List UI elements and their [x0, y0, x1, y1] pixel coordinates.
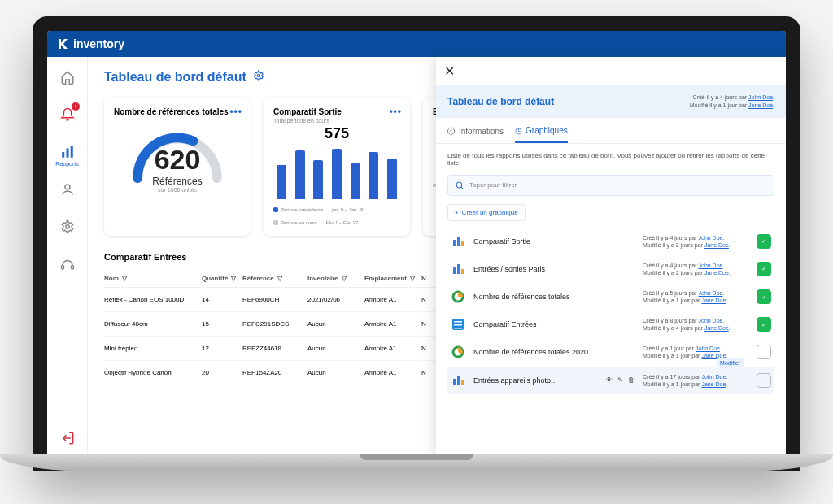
graph-meta: Créé il y a 17 jours par John Doe.Modifi… [643, 373, 748, 388]
svg-rect-23 [461, 380, 464, 385]
link-user[interactable]: John Doe [696, 345, 720, 351]
link-user[interactable]: John Doe [698, 290, 722, 296]
graph-toggle-checkbox[interactable] [757, 345, 771, 359]
card-bars-subtitle: Total période en cours [273, 118, 400, 124]
link-user[interactable]: John Doe [701, 374, 726, 380]
graph-toggle-checkbox[interactable]: ✓ [757, 234, 771, 249]
link-creator[interactable]: John Doe [748, 94, 773, 100]
chart-type-icon [451, 234, 465, 249]
drawer-close-icon[interactable]: ✕ [436, 57, 786, 85]
svg-rect-11 [461, 241, 464, 246]
graph-list-item[interactable]: Comparatif SortieCréé il y a 4 jours par… [447, 228, 774, 255]
notif-badge: ! [72, 102, 80, 111]
graph-toggle-checkbox[interactable] [757, 373, 771, 388]
svg-rect-2 [70, 146, 72, 158]
graph-meta: Créé il y a 5 jours par John Doe.Modifié… [643, 289, 748, 304]
drawer-title: Tableau de bord défaut [447, 96, 554, 107]
plus-icon: + [455, 209, 459, 216]
filter-input[interactable]: Taper pour filtrer [447, 175, 774, 196]
th-nom[interactable]: Nom [104, 275, 119, 282]
filter-icon[interactable]: ▽ [122, 275, 127, 282]
svg-rect-10 [457, 237, 460, 246]
graph-toggle-checkbox[interactable]: ✓ [757, 289, 771, 304]
page-title: Tableau de bord défaut [104, 70, 246, 85]
graph-name: Comparatif Entrées [473, 320, 635, 328]
graph-name: Comparatif Sortie [473, 237, 635, 245]
page-settings-icon[interactable] [253, 70, 264, 85]
th-x[interactable]: N [421, 275, 426, 282]
nav-reports-label: Rapports [55, 161, 78, 167]
svg-rect-5 [61, 266, 63, 270]
svg-rect-1 [66, 149, 68, 158]
link-user[interactable]: Jane Doe [704, 325, 729, 331]
svg-rect-12 [453, 267, 456, 274]
link-user[interactable]: Jane Doe [701, 298, 726, 303]
graph-toggle-checkbox[interactable]: ✓ [757, 262, 771, 276]
drawer-meta: Créé il y a 4 jours par John Doe. Modifi… [690, 93, 774, 110]
tab-graphiques[interactable]: ◷Graphiques [515, 126, 568, 143]
filter-icon[interactable]: ▽ [342, 275, 347, 282]
link-modifier[interactable]: Jane Doe [748, 102, 773, 108]
chart-type-icon [451, 345, 465, 359]
svg-rect-17 [454, 321, 462, 323]
sidebar: ! Rapports [47, 57, 88, 457]
graph-list-item[interactable]: Entrées appareils photo...👁✎🗑ModifierCré… [447, 367, 774, 394]
card-bars-legend: Période précédente jan. 9 – Jan. 30 Péri… [273, 207, 400, 225]
link-user[interactable]: Jane Doe [704, 270, 729, 276]
graph-list-item[interactable]: Entrées / sorties ParisCréé il y a 4 jou… [447, 255, 774, 283]
link-user[interactable]: John Doe [698, 318, 722, 324]
graph-name: Nombre de références totales [473, 293, 635, 301]
link-user[interactable]: Jane Doe [701, 381, 726, 387]
nav-user[interactable] [59, 180, 76, 198]
link-user[interactable]: John Doe [698, 235, 722, 241]
nav-home[interactable] [59, 68, 76, 86]
tab-informations[interactable]: 🛈Informations [447, 126, 504, 143]
svg-point-4 [65, 225, 69, 229]
graph-meta: Créé il y a 4 jours par John Doe.Modifié… [643, 262, 748, 276]
graph-list-item[interactable]: Nombre de références totalesCréé il y a … [447, 283, 774, 311]
link-user[interactable]: John Doe [698, 263, 722, 268]
graph-meta: Créé il y a 1 jour par John Doe.Modifié … [643, 345, 748, 359]
nav-alerts[interactable]: ! [59, 106, 76, 124]
nav-reports[interactable]: Rapports [59, 143, 76, 161]
drawer: ✕ Tableau de bord défaut Créé il y a 4 j… [436, 57, 786, 457]
svg-point-8 [456, 182, 462, 188]
nav-logout[interactable] [59, 429, 76, 447]
card-bars-value: 575 [273, 125, 400, 142]
chart-type-icon [451, 373, 465, 388]
graph-toggle-checkbox[interactable]: ✓ [757, 317, 771, 332]
svg-rect-18 [454, 324, 462, 326]
app-logo: inventory [57, 37, 124, 50]
gauge-value: 620 [155, 144, 201, 176]
card-gauge-menu[interactable]: ••• [229, 106, 242, 117]
graph-name: Entrées / sorties Paris [473, 265, 635, 273]
th-emp[interactable]: Emplacement [364, 275, 407, 282]
th-qte[interactable]: Quantité [202, 275, 228, 282]
graph-name: Entrées appareils photo... [473, 376, 598, 385]
nav-support[interactable] [59, 255, 76, 273]
card-bars-title: Comparatif Sortie [273, 107, 400, 116]
card-gauge-title: Nombre de références totales [114, 107, 241, 116]
edit-icon[interactable]: ✎ [617, 376, 623, 384]
link-user[interactable]: Jane Doe [704, 242, 729, 248]
graph-name: Nombre de références totales 2020 [473, 348, 635, 356]
gauge-sublabel: sur 1000 unités [158, 187, 197, 193]
app-topbar: inventory [47, 31, 786, 57]
filter-icon[interactable]: ▽ [231, 275, 236, 282]
svg-point-7 [257, 74, 260, 77]
nav-settings[interactable] [59, 218, 76, 236]
th-inv[interactable]: Inventaire [307, 275, 338, 282]
card-bars: Comparatif Sortie Total période en cours… [264, 98, 410, 236]
app-name: inventory [73, 37, 124, 50]
graph-list-item[interactable]: Comparatif EntréesCréé il y a 8 jours pa… [447, 311, 774, 338]
delete-icon[interactable]: 🗑 [628, 376, 635, 384]
card-bars-menu[interactable]: ••• [389, 106, 402, 117]
filter-icon[interactable]: ▽ [410, 275, 415, 282]
th-ref[interactable]: Référence [242, 275, 274, 282]
filter-icon[interactable]: ▽ [277, 275, 282, 282]
search-icon [455, 180, 464, 190]
svg-rect-22 [457, 376, 460, 385]
view-icon[interactable]: 👁 [606, 376, 613, 384]
create-graph-button[interactable]: + Créer un graphique [447, 204, 526, 221]
svg-rect-14 [461, 269, 464, 274]
